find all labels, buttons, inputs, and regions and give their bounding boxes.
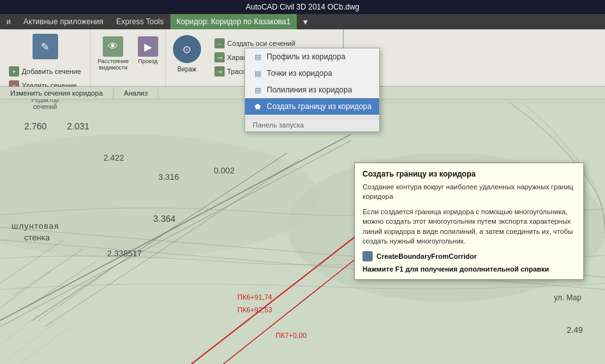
visibility-icon: 👁 (103, 36, 123, 57)
profile-icon: ▤ (253, 52, 263, 62)
polyline-icon: ▤ (253, 85, 263, 95)
menu-item-ki[interactable]: и (0, 14, 17, 29)
title-text: AutoCAD Civil 3D 2014 OCb.dwg (246, 3, 359, 11)
ribbon-group-analysis: 👁 Расстояниевидимости ▶ Проезд Анализ (91, 29, 166, 86)
dropdown-panel-label[interactable]: Панель запуска (245, 118, 379, 131)
points-icon: ▤ (253, 68, 263, 78)
menu-item-corridor[interactable]: Коридор: Коридор по Казакова1 (170, 14, 297, 29)
tooltip-panel: Создать границу из коридора Создание кон… (354, 163, 584, 280)
menu-bar: и Активные приложения Express Tools Кори… (0, 14, 605, 29)
trassa-icon: ⊸ (214, 66, 225, 76)
section-label-change: Изменить сечения коридора (0, 87, 114, 99)
dropdown-item-profile[interactable]: ▤ Профиль из коридора (245, 48, 379, 65)
char-lines-icon: ⊸ (214, 52, 225, 62)
create-axes-icon: → (214, 38, 225, 48)
ribbon-btn-editor-main[interactable]: ✎ (29, 32, 61, 62)
title-bar: AutoCAD Civil 3D 2014 OCb.dwg (0, 0, 605, 14)
dropdown-item-points[interactable]: ▤ Точки из коридора (245, 65, 379, 82)
btn-virazh[interactable]: ⊙ Вираж (170, 33, 204, 75)
btn-visibility[interactable]: 👁 Расстояниевидимости (94, 34, 132, 73)
tooltip-cmd-icon (362, 251, 373, 261)
virazh-icon: ⊙ (173, 35, 201, 63)
tooltip-command-name: CreateBoundaryFromCorridor (377, 252, 477, 260)
ribbon-group-editor: ✎ + Добавить сечение − Удалить сечение Р… (0, 29, 91, 86)
boundary-icon: ⬟ (253, 101, 263, 112)
dropdown-item-polyline[interactable]: ▤ Полилиния из коридора (245, 82, 379, 98)
btn-drive[interactable]: ▶ Проезд (135, 34, 161, 66)
dropdown-separator (245, 116, 379, 117)
drive-icon: ▶ (138, 36, 158, 57)
btn-add-section[interactable]: + Добавить сечение (6, 65, 84, 78)
menu-item-overflow[interactable]: ▾ (297, 14, 314, 29)
dropdown-menu: ▤ Профиль из коридора ▤ Точки из коридор… (244, 48, 380, 132)
add-section-icon: + (9, 66, 19, 76)
tooltip-extra: Если создается граница коридора с помощь… (362, 207, 576, 247)
menu-item-express-tools[interactable]: Express Tools (110, 14, 170, 29)
tooltip-command: CreateBoundaryFromCorridor (362, 251, 576, 261)
dropdown-item-boundary[interactable]: ⬟ Создать границу из коридора (245, 98, 379, 115)
tooltip-help-text: Нажмите F1 для получения дополнительной … (362, 265, 576, 273)
editor-icon: ✎ (33, 34, 58, 59)
tooltip-title: Создать границу из коридора (362, 170, 576, 178)
section-label-analysis: Анализ (114, 87, 158, 99)
menu-item-active-apps[interactable]: Активные приложения (17, 14, 110, 29)
tooltip-description: Создание контура вокруг наиболее удаленн… (362, 182, 576, 202)
